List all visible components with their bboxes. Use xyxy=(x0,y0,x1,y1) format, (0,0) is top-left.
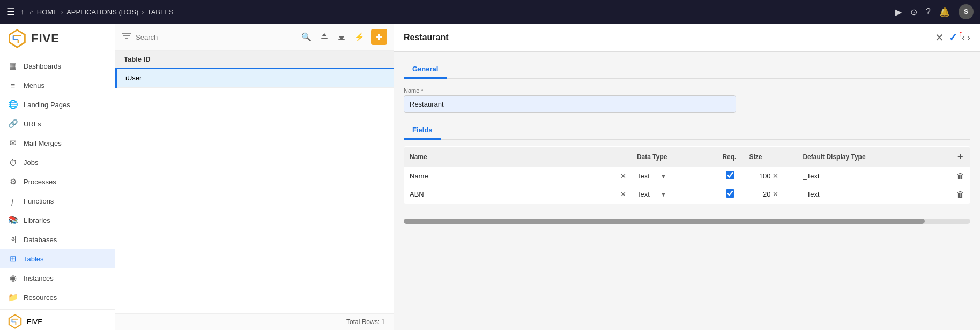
list-header: Table ID xyxy=(115,51,394,69)
svg-marker-0 xyxy=(10,30,25,47)
detail-panel: Restaurant ✕ ✓ ↑ ‹ › General xyxy=(394,24,980,330)
field-delete-1[interactable]: 🗑 xyxy=(956,171,964,181)
sidebar-item-mail-merges[interactable]: ✉Mail Merges xyxy=(0,133,115,153)
sidebar-item-functions[interactable]: ƒFunctions xyxy=(0,191,115,211)
detail-scrollbar[interactable] xyxy=(404,219,970,224)
table-list-panel: 🔍 ⚡ + Table ID iUser xyxy=(115,24,394,330)
upload-icon[interactable] xyxy=(318,31,331,43)
sidebar-item-dashboards[interactable]: ▦Dashboards xyxy=(0,56,115,76)
next-button[interactable]: › xyxy=(967,32,970,43)
search-icon[interactable]: ⊙ xyxy=(910,7,917,17)
content-area: 🔍 ⚡ + Table ID iUser xyxy=(115,24,980,330)
sidebar-item-jobs[interactable]: ⏱Jobs xyxy=(0,153,115,172)
play-icon[interactable]: ▶ xyxy=(895,7,902,17)
sidebar-logo: FIVE xyxy=(0,24,115,54)
sidebar-item-menus[interactable]: ≡Menus xyxy=(0,76,115,95)
field-size-input-2[interactable] xyxy=(749,190,770,198)
prev-button[interactable]: ‹ xyxy=(962,32,965,43)
detail-body: General Name * Fields Name xyxy=(394,52,980,330)
col-req: Req. xyxy=(717,147,744,167)
sidebar-item-label: Databases xyxy=(24,236,57,244)
tab-general[interactable]: General xyxy=(404,61,447,79)
jobs-icon: ⏱ xyxy=(8,157,18,168)
tables-label[interactable]: TABLES xyxy=(147,8,174,16)
field-size-cell-1: ✕ xyxy=(744,167,797,185)
sidebar-item-processes[interactable]: ⚙Processes xyxy=(0,172,115,191)
sidebar-item-label: Processes xyxy=(24,178,56,186)
field-req-checkbox-2[interactable] xyxy=(726,189,734,198)
field-size-clear-2[interactable]: ✕ xyxy=(773,190,778,198)
close-button[interactable]: ✕ xyxy=(935,31,944,44)
main-layout: FIVE ▦Dashboards≡Menus🌐Landing Pages🔗URL… xyxy=(0,24,980,330)
field-datatype-select-2[interactable]: Text xyxy=(637,190,658,198)
up-icon[interactable]: ↑ xyxy=(20,8,24,16)
tab-fields[interactable]: Fields xyxy=(404,122,441,140)
list-footer: Total Rows: 1 xyxy=(115,313,394,330)
applications-label[interactable]: APPLICATIONS (ROS) xyxy=(66,8,138,16)
field-name-clear-1[interactable]: ✕ xyxy=(620,172,626,180)
bell-icon[interactable]: 🔔 xyxy=(939,7,950,17)
field-name-input-2[interactable] xyxy=(410,190,618,198)
add-table-button[interactable]: + xyxy=(371,29,387,45)
save-button[interactable]: ✓ xyxy=(948,31,957,44)
menu-icon[interactable]: ☰ xyxy=(6,6,15,18)
field-req-cell-1 xyxy=(717,167,744,185)
search-icon[interactable]: 🔍 xyxy=(299,31,314,43)
sidebar-item-urls[interactable]: 🔗URLs xyxy=(0,114,115,133)
field-display-type-1: _Text xyxy=(803,172,819,180)
processes-icon: ⚙ xyxy=(8,176,18,187)
add-field-button[interactable]: + xyxy=(957,151,963,162)
list-item[interactable]: iUser xyxy=(117,69,394,88)
check-with-arrow: ✓ ↑ xyxy=(948,31,957,44)
home-label[interactable]: HOME xyxy=(37,8,58,16)
sidebar-item-databases[interactable]: 🗄Databases xyxy=(0,230,115,249)
field-datatype-cell-1: Text ▼ xyxy=(632,167,717,185)
total-rows-label: Total Rows: 1 xyxy=(346,318,385,326)
help-icon[interactable]: ? xyxy=(926,7,931,17)
field-name-input-1[interactable] xyxy=(410,172,618,180)
field-size-input-1[interactable] xyxy=(749,172,770,180)
field-req-checkbox-1[interactable] xyxy=(726,171,734,179)
topbar-actions: ▶ ⊙ ? 🔔 S xyxy=(895,4,974,19)
list-item-label: iUser xyxy=(125,74,142,82)
filter-icon[interactable] xyxy=(122,32,131,42)
table-row: ✕ Text ▼ xyxy=(404,185,970,204)
field-display-cell-1: _Text xyxy=(797,167,951,185)
functions-icon: ƒ xyxy=(8,196,18,206)
sidebar-nav: ▦Dashboards≡Menus🌐Landing Pages🔗URLs✉Mai… xyxy=(0,54,115,309)
resources-icon: 📁 xyxy=(8,292,18,303)
field-size-clear-1[interactable]: ✕ xyxy=(773,172,778,180)
sidebar-bottom-logo-icon xyxy=(8,314,23,329)
sidebar-item-label: Functions xyxy=(24,197,54,205)
field-datatype-chevron-1: ▼ xyxy=(660,173,666,179)
detail-tabs: General xyxy=(404,61,970,79)
detail-header: Restaurant ✕ ✓ ↑ ‹ › xyxy=(394,24,980,52)
field-size-cell-2: ✕ xyxy=(744,185,797,204)
field-delete-cell-2: 🗑 xyxy=(951,185,970,204)
search-input[interactable] xyxy=(136,33,295,41)
mail-merges-icon: ✉ xyxy=(8,138,18,148)
detail-title: Restaurant xyxy=(404,33,931,42)
scrollbar-thumb xyxy=(404,219,925,224)
sidebar-item-tables[interactable]: ⊞Tables xyxy=(0,249,115,268)
list-toolbar: 🔍 ⚡ + xyxy=(115,24,394,51)
field-datatype-select-1[interactable]: Text xyxy=(637,172,658,180)
topbar: ☰ ↑ ⌂ HOME › APPLICATIONS (ROS) › TABLES… xyxy=(0,0,980,24)
name-input[interactable] xyxy=(404,95,736,113)
download-icon[interactable] xyxy=(335,31,348,43)
sidebar-item-instances[interactable]: ◉Instances xyxy=(0,268,115,288)
sidebar-item-resources[interactable]: 📁Resources xyxy=(0,288,115,307)
logo-text: FIVE xyxy=(31,32,60,46)
sidebar-bottom[interactable]: FIVE xyxy=(0,309,115,330)
avatar[interactable]: S xyxy=(959,4,974,19)
sidebar-item-landing-pages[interactable]: 🌐Landing Pages xyxy=(0,95,115,114)
field-name-clear-2[interactable]: ✕ xyxy=(620,190,626,198)
field-datatype-cell-2: Text ▼ xyxy=(632,185,717,204)
sidebar-item-label: URLs xyxy=(24,120,41,128)
five-logo-icon xyxy=(8,29,27,48)
lightning-icon[interactable]: ⚡ xyxy=(352,31,367,43)
field-delete-2[interactable]: 🗑 xyxy=(956,190,964,199)
sidebar-item-libraries[interactable]: 📚Libraries xyxy=(0,211,115,230)
field-name-cell: ✕ xyxy=(404,185,632,204)
sidebar-item-label: Landing Pages xyxy=(24,101,70,109)
